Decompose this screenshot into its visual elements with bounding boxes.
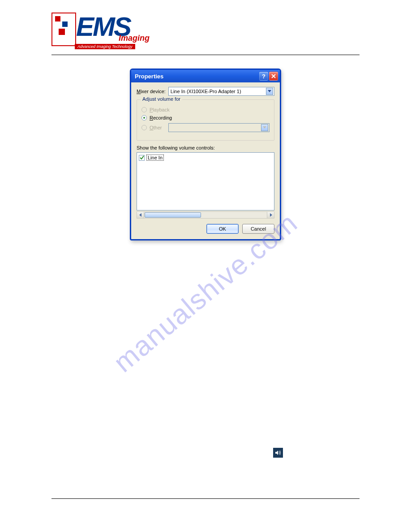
scroll-left-arrow-icon[interactable]: [137, 212, 144, 218]
cancel-button[interactable]: Cancel: [242, 224, 274, 234]
mixer-device-dropdown[interactable]: Line In (XI100XE-Pro Adapter 1): [168, 87, 274, 96]
adjust-volume-group-title: Adjust volume for: [141, 96, 182, 102]
checkbox-label: Line In: [146, 154, 164, 161]
brand-logo: EMS Imaging Advanced Imaging Technology: [51, 9, 154, 49]
ok-button[interactable]: OK: [206, 224, 239, 234]
logo-tagline: Advanced Imaging Technology: [75, 44, 135, 49]
volume-controls-list[interactable]: Line In: [137, 152, 274, 210]
radio-icon: [141, 107, 147, 112]
chevron-down-icon: [261, 124, 268, 131]
list-item[interactable]: Line In: [139, 154, 272, 161]
radio-recording[interactable]: Recording: [141, 115, 270, 120]
header-divider: [51, 55, 360, 55]
close-button[interactable]: [269, 72, 278, 81]
chevron-down-icon[interactable]: [266, 88, 273, 95]
radio-playback: Playback: [141, 107, 270, 112]
logo-text-sub: Imaging: [119, 34, 150, 43]
titlebar[interactable]: Properties ?: [131, 70, 280, 82]
checkbox-line-in[interactable]: [139, 155, 145, 161]
speaker-icon: [273, 448, 283, 458]
radio-icon: [141, 115, 147, 120]
radio-other: Other: [141, 123, 270, 132]
properties-dialog: Properties ? Mixer device: Line In (XI10…: [130, 69, 281, 240]
scroll-right-arrow-icon[interactable]: [267, 212, 274, 218]
horizontal-scrollbar[interactable]: [137, 211, 274, 219]
mixer-device-value: Line In (XI100XE-Pro Adapter 1): [171, 89, 266, 94]
show-controls-label: Show the following volume controls:: [137, 145, 274, 150]
dialog-title: Properties: [135, 73, 163, 80]
mixer-device-label: Mixer device:: [137, 89, 166, 94]
other-dropdown: [168, 123, 270, 132]
scroll-track[interactable]: [144, 212, 267, 218]
adjust-volume-group: Adjust volume for Playback Recording Oth…: [137, 99, 274, 141]
help-button[interactable]: ?: [259, 72, 268, 81]
footer-divider: [51, 498, 360, 499]
scroll-thumb[interactable]: [145, 212, 201, 218]
radio-icon: [141, 125, 147, 130]
